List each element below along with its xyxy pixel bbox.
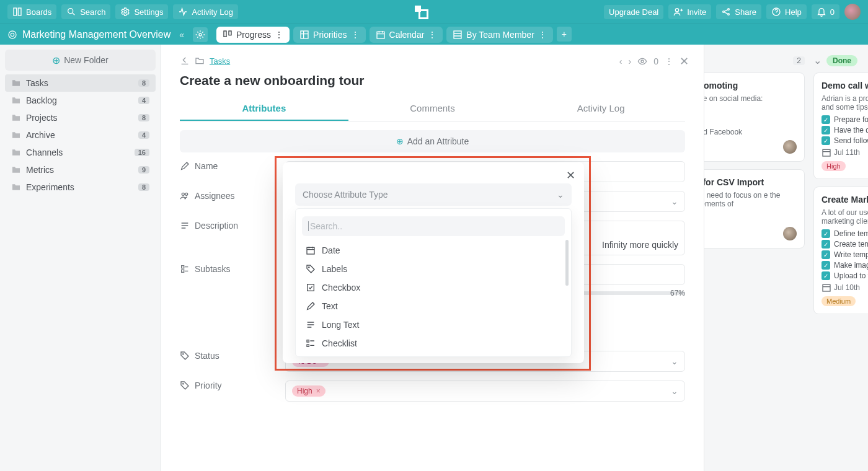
boards-icon	[12, 7, 22, 17]
folder-count: 8	[138, 114, 149, 121]
next-item-icon[interactable]: ›	[629, 56, 632, 66]
card-title: Create Marketin	[822, 195, 868, 205]
tab-attributes[interactable]: Attributes	[180, 97, 348, 121]
attr-option-labels[interactable]: Labels	[296, 260, 571, 278]
attr-option-text[interactable]: Text	[296, 297, 571, 315]
tab-priorities[interactable]: Priorities⋮	[293, 27, 365, 43]
table-icon	[299, 30, 309, 40]
tab-menu-icon[interactable]: ⋮	[428, 30, 436, 40]
attribute-type-popover: ✕ Choose Attribute Type⌄ Search.. Date L…	[283, 162, 584, 363]
attr-option-checklist[interactable]: Checklist	[296, 334, 571, 353]
sidebar: ⊕New Folder Tasks8 Backlog4 Projects8 Ar…	[0, 45, 161, 471]
chevron-down-icon[interactable]: ⌄	[813, 55, 822, 66]
group-icon	[453, 30, 463, 40]
card-demo[interactable]: Demo call with a Adrian is a produc prod…	[813, 73, 868, 179]
user-avatar[interactable]	[844, 4, 861, 20]
prev-item-icon[interactable]: ‹	[619, 56, 622, 66]
item-title[interactable]: Create a new onboarding tour	[180, 73, 685, 88]
tab-calendar[interactable]: Calendar⋮	[370, 27, 443, 43]
assignee-avatar	[783, 140, 797, 154]
svg-point-27	[309, 267, 309, 268]
svg-point-25	[183, 384, 184, 384]
check-icon: ✓	[822, 115, 830, 124]
add-attribute-button[interactable]: ⊕Add an Attribute	[180, 130, 685, 152]
folder-archive[interactable]: Archive4	[5, 126, 156, 144]
svg-point-7	[728, 14, 730, 15]
invite-icon	[673, 7, 683, 17]
tab-comments[interactable]: Comments	[348, 97, 517, 121]
calendar-icon	[376, 30, 386, 40]
tab-activity-log[interactable]: Activity Log	[516, 97, 685, 121]
priority-tag[interactable]: High×	[292, 385, 326, 397]
collapse-sidebar-icon[interactable]: «	[179, 30, 184, 40]
plus-icon: ⊕	[52, 55, 60, 66]
card-promo[interactable]: promoting late on social media: and Face…	[687, 73, 805, 162]
attr-option-long-text[interactable]: Long Text	[296, 315, 571, 334]
notifications-button[interactable]: 0	[812, 4, 839, 19]
column-done: ⌄Done Demo call with a Adrian is a produ…	[813, 55, 868, 322]
svg-point-24	[183, 354, 184, 354]
tab-menu-icon[interactable]: ⋮	[275, 30, 283, 40]
checkbox-icon	[306, 283, 316, 293]
check-icon: ✓	[822, 250, 830, 259]
close-icon[interactable]: ✕	[566, 169, 575, 182]
chevron-down-icon: ⌄	[671, 386, 678, 396]
app-logo	[414, 4, 428, 19]
attribute-search-input[interactable]: Search..	[302, 216, 565, 236]
plus-icon: ⊕	[396, 136, 404, 146]
collapse-icon[interactable]	[180, 56, 190, 66]
share-button[interactable]: Share	[716, 4, 761, 19]
invite-button[interactable]: Invite	[668, 4, 711, 19]
search-button[interactable]: Search	[61, 4, 110, 19]
new-folder-button[interactable]: ⊕New Folder	[5, 50, 156, 71]
svg-point-19	[641, 60, 644, 63]
users-icon	[180, 191, 190, 201]
svg-point-2	[68, 9, 73, 14]
column-in-progress: ⌄x2 promoting late on social media: and …	[687, 55, 805, 322]
tab-menu-icon[interactable]: ⋮	[351, 30, 360, 40]
add-view-button[interactable]: +	[557, 27, 572, 42]
eye-icon	[637, 56, 647, 66]
svg-point-10	[11, 33, 14, 36]
folder-channels[interactable]: Channels16	[5, 144, 156, 161]
svg-point-20	[182, 193, 184, 195]
close-icon[interactable]: ✕	[680, 55, 689, 68]
breadcrumb-link[interactable]: Tasks	[210, 56, 230, 66]
tag-icon	[306, 264, 316, 274]
help-button[interactable]: Help	[766, 4, 807, 19]
check-icon: ✓	[822, 126, 830, 134]
svg-rect-13	[229, 31, 231, 35]
gear-icon	[120, 7, 130, 17]
boards-button[interactable]: Boards	[7, 4, 56, 19]
activity-log-button[interactable]: Activity Log	[173, 4, 237, 19]
folder-experiments[interactable]: Experiments8	[5, 178, 156, 196]
svg-point-21	[185, 193, 188, 195]
svg-rect-22	[182, 266, 184, 268]
remove-tag-icon[interactable]: ×	[316, 387, 321, 395]
more-icon[interactable]: ⋮	[665, 56, 673, 66]
folder-projects[interactable]: Projects8	[5, 109, 156, 126]
tab-by-team-member[interactable]: By Team Member⋮	[446, 27, 552, 43]
upgrade-button[interactable]: Upgrade Deal	[604, 5, 663, 19]
folder-backlog[interactable]: Backlog4	[5, 92, 156, 109]
tab-menu-icon[interactable]: ⋮	[538, 30, 547, 40]
card-marketing[interactable]: Create Marketin A lot of our users niche…	[813, 187, 868, 314]
attribute-type-select[interactable]: Choose Attribute Type⌄	[295, 183, 572, 206]
folder-metrics[interactable]: Metrics9	[5, 161, 156, 178]
checklist-icon	[306, 338, 316, 348]
attr-option-date[interactable]: Date	[296, 241, 571, 260]
svg-rect-26	[307, 247, 314, 254]
folder-tasks[interactable]: Tasks8	[5, 74, 156, 92]
folder-icon	[11, 95, 21, 105]
workspace-title[interactable]: Marketing Management Overview	[22, 29, 170, 40]
settings-button[interactable]: Settings	[115, 4, 168, 19]
priority-select[interactable]: High×⌄	[285, 381, 685, 402]
folder-icon	[11, 113, 21, 123]
svg-rect-28	[308, 284, 314, 291]
search-icon	[66, 7, 76, 17]
tab-progress[interactable]: Progress⋮	[216, 27, 290, 43]
view-settings-icon[interactable]	[193, 27, 208, 42]
card-csv[interactable]: n for CSV Import we need to focus on e t…	[687, 169, 805, 249]
svg-point-6	[728, 9, 730, 11]
attr-option-checkbox[interactable]: Checkbox	[296, 278, 571, 297]
